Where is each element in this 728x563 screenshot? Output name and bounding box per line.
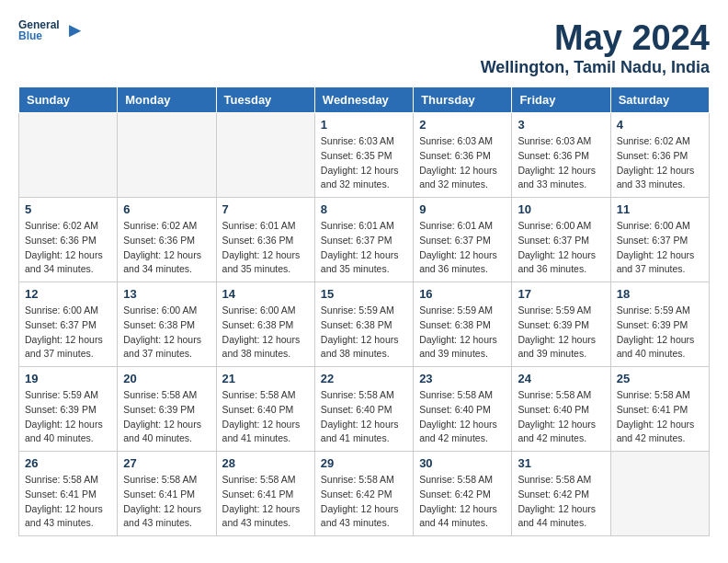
- calendar-cell: 23Sunrise: 5:58 AMSunset: 6:40 PMDayligh…: [414, 367, 512, 452]
- day-number: 19: [25, 372, 111, 385]
- day-number: 11: [617, 202, 703, 216]
- day-info: Sunrise: 6:00 AMSunset: 6:38 PMDaylight:…: [222, 304, 309, 362]
- calendar-cell: 3Sunrise: 6:03 AMSunset: 6:36 PMDaylight…: [512, 113, 610, 198]
- calendar-cell: 16Sunrise: 5:59 AMSunset: 6:38 PMDayligh…: [414, 282, 512, 367]
- calendar-week-1: 1Sunrise: 6:03 AMSunset: 6:35 PMDaylight…: [19, 113, 710, 198]
- calendar-cell: 24Sunrise: 5:58 AMSunset: 6:40 PMDayligh…: [512, 367, 610, 452]
- calendar-cell: 22Sunrise: 5:58 AMSunset: 6:40 PMDayligh…: [314, 367, 413, 452]
- day-info: Sunrise: 6:00 AMSunset: 6:37 PMDaylight:…: [25, 304, 111, 362]
- day-info: Sunrise: 5:58 AMSunset: 6:41 PMDaylight:…: [123, 473, 210, 531]
- day-number: 31: [518, 456, 604, 470]
- title-section: May 2024 Wellington, Tamil Nadu, India: [481, 18, 710, 77]
- day-number: 5: [25, 202, 111, 216]
- calendar-cell: 2Sunrise: 6:03 AMSunset: 6:36 PMDaylight…: [414, 113, 512, 198]
- calendar-header-row: SundayMondayTuesdayWednesdayThursdayFrid…: [19, 87, 710, 113]
- calendar-cell: 21Sunrise: 5:58 AMSunset: 6:40 PMDayligh…: [216, 367, 314, 452]
- calendar-cell: 30Sunrise: 5:58 AMSunset: 6:42 PMDayligh…: [414, 452, 512, 536]
- day-number: 17: [518, 287, 604, 301]
- day-info: Sunrise: 6:02 AMSunset: 6:36 PMDaylight:…: [617, 134, 703, 192]
- logo: General Blue ►: [18, 18, 85, 42]
- day-number: 25: [617, 372, 703, 385]
- day-info: Sunrise: 5:58 AMSunset: 6:42 PMDaylight:…: [419, 473, 506, 531]
- day-info: Sunrise: 6:01 AMSunset: 6:36 PMDaylight:…: [222, 219, 309, 277]
- day-number: 22: [321, 372, 407, 385]
- day-number: 1: [321, 118, 407, 132]
- calendar-cell: [118, 113, 216, 198]
- page-header: General Blue ► May 2024 Wellington, Tami…: [18, 18, 710, 77]
- calendar-cell: 29Sunrise: 5:58 AMSunset: 6:42 PMDayligh…: [314, 452, 413, 536]
- calendar-cell: 7Sunrise: 6:01 AMSunset: 6:36 PMDaylight…: [216, 198, 314, 282]
- day-info: Sunrise: 5:58 AMSunset: 6:41 PMDaylight:…: [617, 388, 703, 446]
- calendar-header-friday: Friday: [512, 87, 610, 113]
- day-info: Sunrise: 5:58 AMSunset: 6:42 PMDaylight:…: [518, 473, 604, 531]
- calendar-header-tuesday: Tuesday: [216, 87, 314, 113]
- day-number: 24: [518, 372, 604, 385]
- day-number: 26: [25, 456, 111, 470]
- day-info: Sunrise: 6:01 AMSunset: 6:37 PMDaylight:…: [321, 219, 407, 277]
- calendar-header-thursday: Thursday: [414, 87, 512, 113]
- day-info: Sunrise: 6:00 AMSunset: 6:38 PMDaylight:…: [123, 304, 210, 362]
- calendar-week-3: 12Sunrise: 6:00 AMSunset: 6:37 PMDayligh…: [19, 282, 710, 367]
- day-number: 21: [222, 372, 309, 385]
- day-info: Sunrise: 5:59 AMSunset: 6:39 PMDaylight:…: [617, 304, 703, 362]
- day-info: Sunrise: 5:58 AMSunset: 6:42 PMDaylight:…: [321, 473, 407, 531]
- calendar-cell: [610, 452, 709, 536]
- day-number: 18: [617, 287, 703, 301]
- calendar-cell: 9Sunrise: 6:01 AMSunset: 6:37 PMDaylight…: [414, 198, 512, 282]
- day-info: Sunrise: 6:00 AMSunset: 6:37 PMDaylight:…: [617, 219, 703, 277]
- day-number: 23: [419, 372, 506, 385]
- day-number: 29: [321, 456, 407, 470]
- calendar-cell: 28Sunrise: 5:58 AMSunset: 6:41 PMDayligh…: [216, 452, 314, 536]
- calendar-header-wednesday: Wednesday: [314, 87, 413, 113]
- day-info: Sunrise: 6:01 AMSunset: 6:37 PMDaylight:…: [419, 219, 506, 277]
- calendar-cell: [19, 113, 118, 198]
- day-info: Sunrise: 6:02 AMSunset: 6:36 PMDaylight:…: [25, 219, 111, 277]
- day-info: Sunrise: 6:03 AMSunset: 6:35 PMDaylight:…: [321, 134, 407, 192]
- calendar-cell: 25Sunrise: 5:58 AMSunset: 6:41 PMDayligh…: [610, 367, 709, 452]
- day-info: Sunrise: 5:59 AMSunset: 6:39 PMDaylight:…: [518, 304, 604, 362]
- day-number: 7: [222, 202, 309, 216]
- calendar-cell: 31Sunrise: 5:58 AMSunset: 6:42 PMDayligh…: [512, 452, 610, 536]
- day-number: 14: [222, 287, 309, 301]
- calendar-cell: 14Sunrise: 6:00 AMSunset: 6:38 PMDayligh…: [216, 282, 314, 367]
- day-number: 12: [25, 287, 111, 301]
- calendar-header-sunday: Sunday: [19, 87, 118, 113]
- day-info: Sunrise: 5:59 AMSunset: 6:38 PMDaylight:…: [419, 304, 506, 362]
- calendar-cell: 26Sunrise: 5:58 AMSunset: 6:41 PMDayligh…: [19, 452, 118, 536]
- calendar-cell: 10Sunrise: 6:00 AMSunset: 6:37 PMDayligh…: [512, 198, 610, 282]
- day-info: Sunrise: 5:58 AMSunset: 6:40 PMDaylight:…: [419, 388, 506, 446]
- day-number: 10: [518, 202, 604, 216]
- day-number: 16: [419, 287, 506, 301]
- day-number: 6: [123, 202, 210, 216]
- calendar-cell: 13Sunrise: 6:00 AMSunset: 6:38 PMDayligh…: [118, 282, 216, 367]
- calendar-cell: 17Sunrise: 5:59 AMSunset: 6:39 PMDayligh…: [512, 282, 610, 367]
- day-info: Sunrise: 5:59 AMSunset: 6:39 PMDaylight:…: [25, 388, 111, 446]
- day-info: Sunrise: 5:59 AMSunset: 6:38 PMDaylight:…: [321, 304, 407, 362]
- calendar-cell: 6Sunrise: 6:02 AMSunset: 6:36 PMDaylight…: [118, 198, 216, 282]
- calendar-cell: 15Sunrise: 5:59 AMSunset: 6:38 PMDayligh…: [314, 282, 413, 367]
- calendar-cell: 11Sunrise: 6:00 AMSunset: 6:37 PMDayligh…: [610, 198, 709, 282]
- day-info: Sunrise: 5:58 AMSunset: 6:41 PMDaylight:…: [222, 473, 309, 531]
- day-info: Sunrise: 5:58 AMSunset: 6:39 PMDaylight:…: [123, 388, 210, 446]
- day-number: 20: [123, 372, 210, 385]
- calendar-week-5: 26Sunrise: 5:58 AMSunset: 6:41 PMDayligh…: [19, 452, 710, 536]
- logo-bird-icon: ►: [65, 18, 85, 42]
- calendar-cell: 20Sunrise: 5:58 AMSunset: 6:39 PMDayligh…: [118, 367, 216, 452]
- day-info: Sunrise: 6:02 AMSunset: 6:36 PMDaylight:…: [123, 219, 210, 277]
- day-info: Sunrise: 5:58 AMSunset: 6:40 PMDaylight:…: [518, 388, 604, 446]
- day-number: 27: [123, 456, 210, 470]
- calendar-cell: [216, 113, 314, 198]
- main-title: May 2024: [481, 18, 710, 58]
- day-number: 13: [123, 287, 210, 301]
- calendar-cell: 5Sunrise: 6:02 AMSunset: 6:36 PMDaylight…: [19, 198, 118, 282]
- calendar-week-2: 5Sunrise: 6:02 AMSunset: 6:36 PMDaylight…: [19, 198, 710, 282]
- calendar-cell: 12Sunrise: 6:00 AMSunset: 6:37 PMDayligh…: [19, 282, 118, 367]
- calendar-header-saturday: Saturday: [610, 87, 709, 113]
- day-number: 2: [419, 118, 506, 132]
- day-number: 28: [222, 456, 309, 470]
- day-number: 3: [518, 118, 604, 132]
- day-number: 30: [419, 456, 506, 470]
- day-number: 8: [321, 202, 407, 216]
- calendar-cell: 27Sunrise: 5:58 AMSunset: 6:41 PMDayligh…: [118, 452, 216, 536]
- calendar-cell: 18Sunrise: 5:59 AMSunset: 6:39 PMDayligh…: [610, 282, 709, 367]
